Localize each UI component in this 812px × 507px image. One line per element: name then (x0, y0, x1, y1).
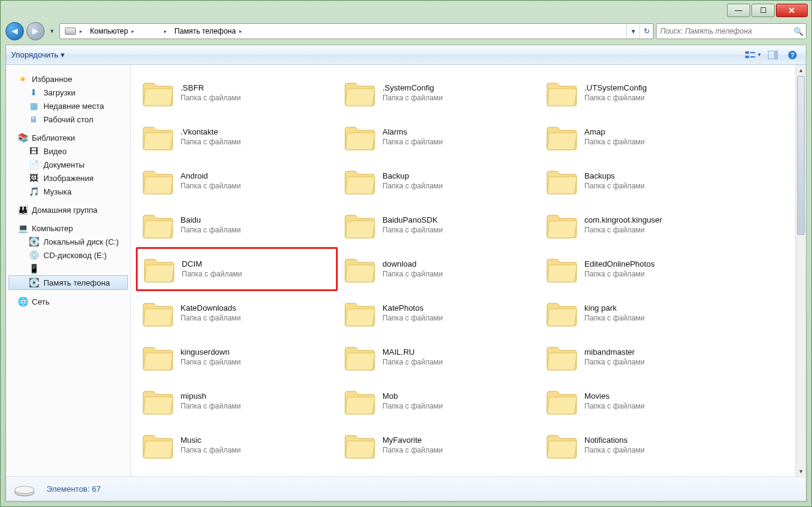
sidebar-homegroup-head[interactable]: 👪Домашняя группа (6, 203, 130, 216)
folder-type: Папка с файлами (181, 314, 241, 324)
folder-item[interactable]: KatePhotos Папка с файлами (338, 291, 540, 335)
sidebar-item-documents[interactable]: 📄Документы (6, 158, 130, 171)
folder-item[interactable]: Backups Папка с файлами (540, 159, 742, 203)
folder-item[interactable]: .SBFR Папка с файлами (136, 71, 338, 115)
maximize-button[interactable]: ☐ (751, 4, 775, 17)
folder-item[interactable]: KateDownloads Папка с файлами (136, 291, 338, 335)
search-input[interactable] (657, 27, 791, 35)
folder-item[interactable]: Amap Папка с файлами (540, 115, 742, 159)
folder-item[interactable]: DCIM Папка с файлами (136, 247, 338, 291)
address-bar[interactable]: ▸ Компьютер ▸ ▸ Память телефона ▸ ▾ ↻ (59, 23, 654, 39)
window-frame: — ☐ ✕ ◄ ► ▼ ▸ Компьютер ▸ ▸ Память телеф… (0, 0, 812, 507)
folder-type: Папка с файлами (382, 270, 443, 279)
search-icon[interactable]: 🔍 (791, 27, 806, 36)
folder-icon (343, 78, 376, 108)
folder-type: Папка с файлами (382, 226, 443, 235)
folder-name: KateDownloads (181, 303, 241, 314)
sidebar-favorites-head[interactable]: ★Избранное (6, 72, 130, 86)
folder-item[interactable]: .SystemConfig Папка с файлами (338, 71, 540, 115)
sidebar-item-music[interactable]: 🎵Музыка (6, 185, 130, 198)
folder-name: MAIL.RU (382, 347, 443, 358)
sidebar-item-local-disk[interactable]: 💽Локальный диск (C:) (6, 235, 130, 248)
sidebar-item-video[interactable]: 🎞Видео (6, 144, 130, 158)
folder-item[interactable]: Baidu Папка с файлами (136, 203, 338, 247)
device-icon: 📱 (28, 264, 39, 273)
folder-icon (545, 122, 578, 152)
cd-icon: 💿 (28, 250, 39, 260)
music-icon: 🎵 (28, 187, 39, 196)
recent-places-icon: ▦ (28, 101, 39, 111)
folder-name: mibandmaster (584, 347, 645, 358)
sidebar-item-recent[interactable]: ▦Недавние места (6, 99, 130, 113)
forward-button[interactable]: ► (26, 22, 45, 40)
folder-name: Alarms (382, 127, 443, 138)
folder-item[interactable]: .UTSystemConfig Папка с файлами (540, 71, 742, 115)
folder-icon (141, 78, 174, 108)
folder-item[interactable]: Mob Папка с файлами (338, 379, 540, 423)
help-button[interactable]: ? (784, 48, 801, 62)
sidebar-item-pictures[interactable]: 🖼Изображения (6, 171, 130, 185)
scroll-thumb[interactable] (797, 76, 805, 235)
folder-name: .SBFR (181, 83, 241, 94)
sidebar-item-phone-memory[interactable]: 💽Память телефона (9, 275, 128, 290)
folder-type: Папка с файлами (181, 358, 241, 368)
minimize-button[interactable]: — (727, 4, 750, 17)
folder-item[interactable]: mibandmaster Папка с файлами (540, 335, 742, 379)
refresh-button[interactable]: ↻ (639, 24, 653, 39)
folder-item[interactable]: EditedOnlinePhotos Папка с файлами (540, 247, 742, 291)
folder-type: Папка с файлами (382, 402, 443, 412)
folder-name: Baidu (181, 215, 241, 226)
folder-item[interactable]: MyFavorite Папка с файлами (338, 423, 540, 467)
folder-item[interactable]: Android Папка с файлами (136, 159, 338, 203)
chevron-right-icon[interactable]: ▸ (237, 28, 245, 34)
folder-item[interactable]: Notifications Папка с файлами (540, 423, 742, 467)
sidebar-libraries-head[interactable]: 📚Библиотеки (6, 131, 130, 144)
folder-type: Папка с файлами (584, 402, 645, 412)
chevron-right-icon[interactable]: ▸ (77, 28, 85, 34)
preview-pane-button[interactable] (764, 48, 781, 62)
chevron-down-icon: ▼ (757, 52, 762, 57)
sidebar-item-device[interactable]: 📱 (6, 262, 130, 275)
folder-item[interactable]: king park Папка с файлами (540, 291, 742, 335)
folder-item[interactable]: Backup Папка с файлами (338, 159, 540, 203)
back-button[interactable]: ◄ (6, 22, 24, 40)
drive-icon (65, 28, 76, 35)
sidebar-computer-head[interactable]: 💻Компьютер (6, 221, 130, 235)
search-box[interactable]: 🔍 (656, 23, 806, 39)
nav-history-dropdown[interactable]: ▼ (47, 22, 57, 40)
sidebar-network-head[interactable]: 🌐Сеть (6, 295, 130, 308)
folder-item[interactable]: mipush Папка с файлами (136, 379, 338, 423)
folder-item[interactable]: Music Папка с файлами (136, 423, 338, 467)
folder-item[interactable]: Alarms Папка с файлами (338, 115, 540, 159)
folder-item[interactable]: kinguserdown Папка с файлами (136, 335, 338, 379)
folder-item[interactable]: MAIL.RU Папка с файлами (338, 335, 540, 379)
folder-item[interactable]: com.kingroot.kinguser Папка с файлами (540, 203, 742, 247)
close-button[interactable]: ✕ (776, 4, 808, 17)
folder-item[interactable]: Movies Папка с файлами (540, 379, 742, 423)
folder-name: BaiduPanoSDK (382, 215, 443, 226)
sidebar-item-cd-drive[interactable]: 💿CD-дисковод (E:) (6, 248, 130, 262)
folder-item[interactable]: download Папка с файлами (338, 247, 540, 291)
chevron-right-icon[interactable]: ▸ (162, 28, 169, 34)
folder-type: Папка с файлами (382, 358, 443, 368)
scroll-down-button[interactable]: ▼ (796, 466, 806, 476)
computer-icon: 💻 (17, 223, 28, 233)
view-options-button[interactable]: ▼ (745, 48, 762, 62)
scroll-up-button[interactable]: ▲ (796, 65, 806, 75)
folder-item[interactable]: .Vkontakte Папка с файлами (136, 115, 338, 159)
organize-menu[interactable]: Упорядочить ▾ (11, 50, 65, 59)
folder-icon (545, 298, 578, 328)
folder-item[interactable]: BaiduPanoSDK Папка с файлами (338, 203, 540, 247)
folder-type: Папка с файлами (181, 94, 241, 103)
sidebar-item-desktop[interactable]: 🖥Рабочий стол (6, 113, 130, 126)
chevron-right-icon[interactable]: ▸ (129, 28, 137, 34)
folder-icon (545, 254, 578, 284)
folder-list-pane: .SBFR Папка с файлами .SystemConfig Папк… (131, 65, 806, 476)
crumb-phone-memory[interactable]: Память телефона (169, 27, 237, 35)
address-dropdown[interactable]: ▾ (626, 24, 639, 39)
sidebar-item-downloads[interactable]: ⬇Загрузки (6, 86, 130, 99)
crumb-computer[interactable]: Компьютер (85, 27, 129, 35)
vertical-scrollbar[interactable]: ▲ ▼ (795, 65, 806, 476)
folder-name: Music (181, 435, 241, 446)
pictures-icon: 🖼 (28, 173, 39, 183)
